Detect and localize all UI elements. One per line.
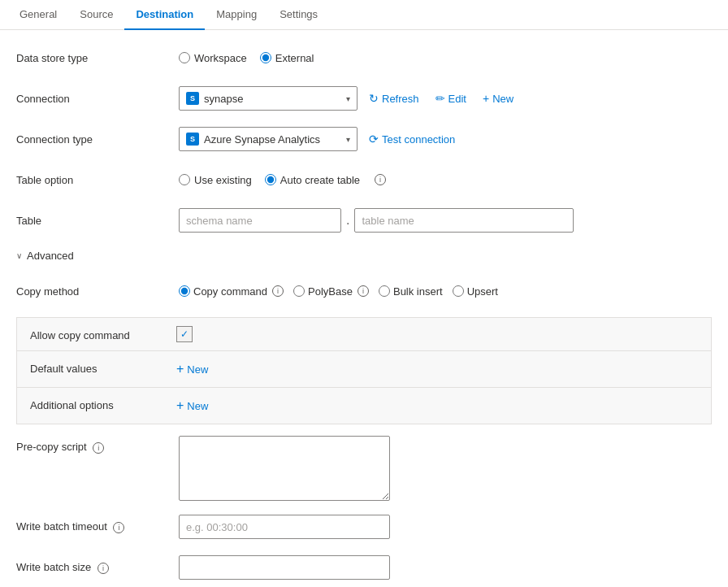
additional-options-new-label: New <box>187 400 208 412</box>
table-row: Table . <box>16 206 712 235</box>
radio-upsert[interactable]: Upsert <box>453 285 498 298</box>
radio-external-input[interactable] <box>260 52 271 63</box>
copy-method-label: Copy method <box>16 285 179 298</box>
radio-copy-command[interactable]: Copy command i <box>179 285 284 298</box>
new-connection-button[interactable]: + New <box>478 89 518 108</box>
write-batch-size-input[interactable] <box>179 555 390 580</box>
edit-label: Edit <box>448 93 466 105</box>
radio-polybase-label: PolyBase <box>308 285 353 298</box>
tab-mapping[interactable]: Mapping <box>205 0 268 30</box>
radio-use-existing-label: Use existing <box>194 174 252 186</box>
test-connection-label: Test connection <box>382 133 455 146</box>
allow-copy-command-row: Allow copy command ✓ <box>17 318 711 351</box>
tab-general[interactable]: General <box>8 0 68 30</box>
advanced-toggle[interactable]: ∨ Advanced <box>16 246 712 265</box>
radio-auto-create[interactable]: Auto create table <box>265 174 360 186</box>
pre-copy-script-input[interactable] <box>179 436 390 501</box>
data-store-type-radio-group: Workspace External <box>179 52 314 64</box>
table-inputs-group: . <box>179 208 574 233</box>
write-batch-size-label: Write batch size i <box>16 561 179 574</box>
connection-type-dropdown[interactable]: S Azure Synapse Analytics ▾ <box>179 127 358 151</box>
connection-type-icon: S <box>186 133 199 146</box>
write-batch-timeout-input[interactable] <box>179 515 390 539</box>
main-content: Data store type Workspace External Conne… <box>0 30 728 587</box>
copy-method-row: Copy method Copy command i PolyBase i Bu… <box>16 276 712 306</box>
radio-workspace[interactable]: Workspace <box>179 52 247 64</box>
radio-upsert-label: Upsert <box>467 285 498 298</box>
additional-options-label: Additional options <box>30 396 176 411</box>
connection-controls: S synapse ▾ ↻ Refresh ✏ Edit + New <box>179 86 712 111</box>
copy-method-radio-group: Copy command i PolyBase i Bulk insert Up… <box>179 285 498 298</box>
radio-bulk-insert-input[interactable] <box>379 285 390 297</box>
default-values-row: Default values + New <box>17 351 711 388</box>
write-batch-timeout-info-icon: i <box>113 522 124 533</box>
radio-workspace-label: Workspace <box>194 52 247 64</box>
table-controls: . <box>179 208 712 233</box>
connection-row: Connection S synapse ▾ ↻ Refresh ✏ Edit … <box>16 84 712 113</box>
refresh-label: Refresh <box>382 93 419 105</box>
pre-copy-script-row: Pre-copy script i <box>16 436 712 501</box>
radio-copy-command-input[interactable] <box>179 285 190 297</box>
radio-external-label: External <box>275 52 314 64</box>
radio-bulk-insert[interactable]: Bulk insert <box>379 285 443 298</box>
connection-select[interactable]: synapse <box>204 93 343 105</box>
connection-type-row: Connection type S Azure Synapse Analytic… <box>16 124 712 154</box>
copy-command-info-icon: i <box>272 285 284 297</box>
allow-copy-command-label: Allow copy command <box>30 326 176 341</box>
connection-type-select[interactable]: Azure Synapse Analytics <box>204 133 343 146</box>
radio-use-existing-input[interactable] <box>179 174 190 185</box>
write-batch-size-row: Write batch size i <box>16 553 712 582</box>
radio-external[interactable]: External <box>260 52 314 64</box>
default-values-plus-icon: + <box>176 363 184 376</box>
advanced-toggle-label: Advanced <box>27 250 74 262</box>
polybase-info-icon: i <box>358 285 369 297</box>
radio-bulk-insert-label: Bulk insert <box>393 285 443 298</box>
table-option-label: Table option <box>16 174 179 186</box>
tab-settings[interactable]: Settings <box>268 0 329 30</box>
default-values-new-button[interactable]: + New <box>176 359 208 379</box>
test-connection-button[interactable]: ⟳ Test connection <box>364 129 460 149</box>
connection-type-arrow: ▾ <box>346 135 350 144</box>
schema-name-input[interactable] <box>179 208 341 233</box>
table-option-controls: Use existing Auto create table i <box>179 174 712 186</box>
new-connection-label: New <box>492 93 514 105</box>
write-batch-timeout-row: Write batch timeout i <box>16 512 712 541</box>
connection-type-label: Connection type <box>16 133 179 146</box>
edit-button[interactable]: ✏ Edit <box>431 89 471 108</box>
additional-options-plus-icon: + <box>176 399 184 412</box>
connection-dropdown[interactable]: S synapse ▾ <box>179 86 358 111</box>
new-connection-icon: + <box>483 92 489 105</box>
test-connection-icon: ⟳ <box>369 133 379 146</box>
advanced-panel: Allow copy command ✓ Default values + Ne… <box>16 317 712 424</box>
table-option-info-icon: i <box>375 174 386 185</box>
tab-destination[interactable]: Destination <box>124 0 205 30</box>
radio-polybase[interactable]: PolyBase i <box>293 285 369 298</box>
default-values-new-label: New <box>187 363 208 376</box>
radio-upsert-input[interactable] <box>453 285 464 297</box>
additional-options-row: Additional options + New <box>17 388 711 424</box>
radio-polybase-input[interactable] <box>293 285 305 297</box>
additional-options-control: + New <box>176 396 698 415</box>
write-batch-timeout-label: Write batch timeout i <box>16 520 179 533</box>
radio-copy-command-label: Copy command <box>193 285 267 298</box>
allow-copy-command-checkmark[interactable]: ✓ <box>176 326 193 342</box>
radio-use-existing[interactable]: Use existing <box>179 174 252 186</box>
copy-method-controls: Copy command i PolyBase i Bulk insert Up… <box>179 285 712 298</box>
radio-auto-create-label: Auto create table <box>280 174 360 186</box>
radio-auto-create-input[interactable] <box>265 174 276 185</box>
pre-copy-script-controls <box>179 436 712 501</box>
refresh-button[interactable]: ↻ Refresh <box>364 89 424 108</box>
table-name-input[interactable] <box>354 208 574 233</box>
write-batch-timeout-controls <box>179 515 712 539</box>
table-separator: . <box>346 213 349 228</box>
connection-type-controls: S Azure Synapse Analytics ▾ ⟳ Test conne… <box>179 127 712 151</box>
tab-bar: General Source Destination Mapping Setti… <box>0 0 728 30</box>
radio-workspace-input[interactable] <box>179 52 190 63</box>
pre-copy-script-label: Pre-copy script i <box>16 436 179 454</box>
write-batch-size-controls <box>179 555 712 580</box>
refresh-icon: ↻ <box>369 92 379 105</box>
connection-label: Connection <box>16 93 179 105</box>
additional-options-new-button[interactable]: + New <box>176 396 208 415</box>
tab-source[interactable]: Source <box>68 0 124 30</box>
data-store-type-row: Data store type Workspace External <box>16 43 712 72</box>
